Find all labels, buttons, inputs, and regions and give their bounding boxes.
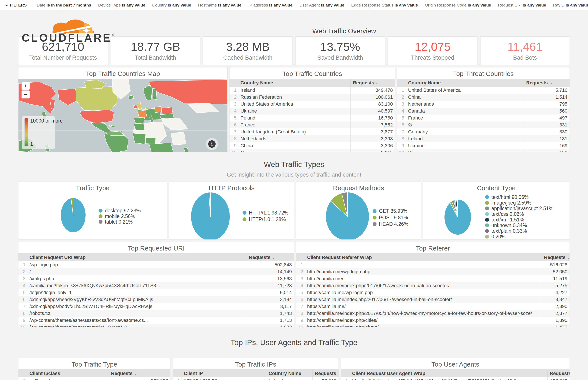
legend-label: HTTP/1.1 98.72% bbox=[249, 210, 289, 216]
legend-item[interactable]: HEAD 4.26% bbox=[373, 221, 408, 227]
table-cell: Germany bbox=[406, 128, 524, 135]
legend-item[interactable]: text/css 2.06% bbox=[485, 211, 553, 217]
filter-field: User Agent bbox=[299, 3, 320, 7]
column-header[interactable]: Country Name bbox=[406, 79, 524, 87]
table-cell: 516,028 bbox=[542, 261, 569, 268]
table-cell: Ukraine bbox=[238, 108, 350, 114]
zoom-out-button[interactable]: − bbox=[21, 91, 30, 98]
table-cell: /camilia.me?token=s3+7k6XQvKwzp5/4XSs4rh… bbox=[27, 282, 247, 289]
pie-title: HTTP Protocols bbox=[169, 182, 294, 193]
filter-item[interactable]: Origin Response Codeis any value bbox=[425, 3, 491, 7]
table-cell: /login/?login_only=1 bbox=[27, 289, 247, 296]
row-index: 8 bbox=[397, 135, 406, 142]
legend-item[interactable]: 0.20% bbox=[485, 234, 553, 239]
http-protocols-pie[interactable] bbox=[190, 191, 231, 240]
table-cell: https://camilia.me/wp-login.php bbox=[305, 289, 542, 296]
user-agents-table: Client Request User Agent WrapRequests⌄1… bbox=[341, 369, 569, 380]
row-index: 2 bbox=[296, 268, 305, 275]
legend-item[interactable]: desktop 97.23% bbox=[99, 208, 141, 213]
table-cell: 349,478 bbox=[350, 87, 395, 94]
column-header[interactable]: Requests⌄ bbox=[247, 253, 294, 261]
row-index-header bbox=[229, 79, 238, 87]
legend-item[interactable]: HTTP/1.1 98.72% bbox=[243, 209, 289, 216]
table-cell: 96,945 bbox=[312, 377, 339, 380]
table-cell: 4,227 bbox=[542, 289, 569, 296]
column-header[interactable]: Client Request User Agent Wrap bbox=[350, 369, 547, 377]
legend-item[interactable]: image/jpeg 2.59% bbox=[485, 200, 553, 206]
column-header[interactable]: Client Ipclass bbox=[27, 369, 109, 377]
info-icon: i bbox=[208, 140, 216, 148]
column-header[interactable]: Requests⌄ bbox=[350, 79, 395, 87]
legend-item[interactable]: unknown 0.34% bbox=[485, 223, 553, 228]
filter-field: RayID bbox=[553, 3, 565, 7]
filter-item[interactable]: Device Typeis any value bbox=[98, 3, 145, 7]
row-index: 4 bbox=[397, 108, 406, 114]
table-cell: 568,088 bbox=[109, 377, 170, 380]
table-row: 9Ukraine169 bbox=[397, 142, 569, 149]
filters-toggle[interactable]: ▶ FILTERS bbox=[6, 3, 27, 8]
table-row: 1185.234.218.33Ireland96,945 bbox=[173, 377, 339, 380]
filter-item[interactable]: Edge Response Statusis any value bbox=[351, 3, 418, 7]
legend-item[interactable]: tablet 0.21% bbox=[99, 219, 141, 225]
legend-item[interactable]: POST 9.81% bbox=[373, 214, 408, 221]
row-index: 8 bbox=[19, 310, 27, 317]
legend-label: text/xml 1.51% bbox=[491, 217, 524, 223]
filter-item[interactable]: IP addressis any value bbox=[248, 3, 292, 7]
zoom-in-button[interactable]: + bbox=[21, 82, 30, 90]
row-index: 1 bbox=[173, 377, 182, 380]
column-header[interactable]: Requests⌄ bbox=[524, 79, 569, 87]
traffic-type-pie[interactable] bbox=[59, 197, 87, 233]
legend-item[interactable]: mobile 2.56% bbox=[99, 213, 141, 219]
column-header[interactable]: Requests⌄ bbox=[547, 369, 569, 377]
table-row: 1Ireland349,478 bbox=[229, 87, 395, 94]
column-header[interactable]: Country Name bbox=[238, 79, 350, 87]
content-type-pie[interactable] bbox=[443, 199, 472, 236]
stat-value: 11,461 bbox=[507, 40, 542, 53]
legend-item[interactable]: application/javascript 2.51% bbox=[485, 206, 553, 211]
table-row: 1United States of America5,716 bbox=[397, 87, 569, 94]
table-cell: 502,848 bbox=[247, 261, 294, 268]
table-cell: 1,895 bbox=[542, 317, 569, 324]
legend-item[interactable]: text/html 90.06% bbox=[485, 194, 553, 200]
table-cell: 331 bbox=[524, 121, 569, 128]
legend-dot-icon bbox=[485, 229, 489, 233]
column-header[interactable]: Client Request Referer Wrap bbox=[305, 253, 542, 261]
row-index: 4 bbox=[19, 282, 27, 289]
header: CLOUDFLARE® Web Traffic Overview bbox=[0, 10, 588, 37]
filter-item[interactable]: RayIDis any value bbox=[553, 3, 588, 7]
table-cell: 169 bbox=[524, 142, 569, 149]
world-map[interactable]: + − 10000 or more 1 i bbox=[19, 79, 227, 152]
row-index: 1 bbox=[19, 261, 27, 268]
request-methods-pie[interactable] bbox=[324, 191, 370, 240]
filter-item[interactable]: User Agentis any value bbox=[299, 3, 344, 7]
legend-item[interactable]: text/xml 1.51% bbox=[485, 217, 553, 223]
page-title: Web Traffic Overview bbox=[312, 27, 376, 35]
user-agents-title: Top User Agents bbox=[341, 358, 569, 369]
table-cell: Canada bbox=[238, 149, 350, 152]
map-info-button[interactable]: i bbox=[206, 138, 218, 150]
legend-item[interactable]: GET 85.93% bbox=[373, 208, 408, 214]
filter-item[interactable]: Request URIis any value bbox=[498, 3, 546, 7]
table-row: 2http://camilia.me/wp-login.php52,050 bbox=[296, 268, 569, 275]
table-row: 4/camilia.me?token=s3+7k6XQvKwzp5/4XSs4r… bbox=[19, 282, 294, 289]
legend-dot-icon bbox=[373, 216, 377, 220]
filter-item[interactable]: Dateis in the past 7 months bbox=[37, 3, 91, 7]
row-index-header bbox=[341, 369, 350, 377]
legend-item[interactable]: HTTP/1.0 1.28% bbox=[243, 216, 289, 223]
legend-item[interactable]: text/plain 0.33% bbox=[485, 228, 553, 234]
stat-value: 3.28 MB bbox=[226, 40, 270, 53]
column-header[interactable]: Requests⌄ bbox=[109, 369, 170, 377]
column-header[interactable]: Requests⌄ bbox=[312, 369, 339, 377]
sort-caret-icon: ⌄ bbox=[549, 81, 553, 85]
filter-item[interactable]: Hostnameis any value bbox=[198, 3, 241, 7]
legend-label: GET 85.93% bbox=[379, 208, 407, 214]
column-header[interactable]: Client IP bbox=[182, 369, 266, 377]
pie-slice[interactable] bbox=[73, 198, 73, 215]
column-header[interactable]: Client Request URI Wrap bbox=[27, 253, 247, 261]
column-header[interactable]: Country Name bbox=[266, 369, 312, 377]
request-methods-legend: GET 85.93%POST 9.81%HEAD 4.26% bbox=[373, 208, 408, 227]
legend-dot-icon bbox=[485, 223, 489, 227]
filter-item[interactable]: Countryis any value bbox=[152, 3, 191, 7]
column-header[interactable]: Requests⌄ bbox=[542, 253, 569, 261]
filter-field: Country bbox=[152, 3, 167, 7]
